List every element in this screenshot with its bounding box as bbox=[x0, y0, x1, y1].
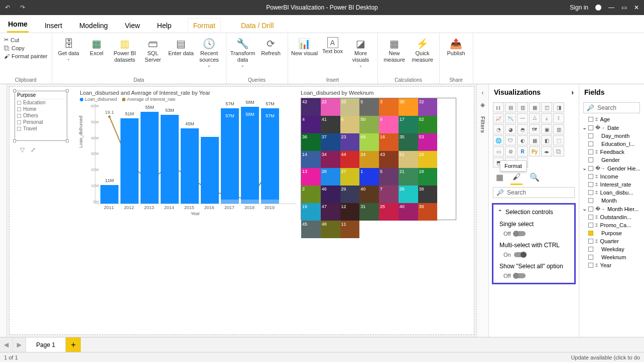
field-item[interactable]: ⌄�→Gender Hie... bbox=[579, 164, 644, 172]
sql-server-button[interactable]: 🗃SQL Server bbox=[140, 35, 167, 63]
checkbox-icon[interactable] bbox=[588, 117, 593, 122]
new-measure-button[interactable]: ▦New measure bbox=[381, 35, 408, 63]
checkbox-icon[interactable] bbox=[588, 231, 593, 236]
checkbox-icon[interactable] bbox=[588, 207, 593, 212]
viz-type-icon[interactable]: ⿻ bbox=[553, 146, 564, 156]
checkbox-icon[interactable] bbox=[588, 125, 593, 130]
treemap-cell[interactable]: 53 bbox=[418, 133, 438, 151]
treemap-cell[interactable]: 45 bbox=[301, 221, 321, 238]
bookmark-icon[interactable]: ◈ bbox=[480, 101, 485, 108]
viz-type-icon[interactable]: ▦ bbox=[529, 135, 540, 145]
treemap-cell[interactable]: 15 bbox=[418, 151, 438, 168]
treemap-cell[interactable]: 43 bbox=[379, 151, 399, 168]
treemap-cell[interactable]: 25 bbox=[379, 203, 399, 221]
checkbox-icon[interactable] bbox=[588, 247, 593, 252]
checkbox-icon[interactable] bbox=[17, 127, 21, 131]
viz-type-icon[interactable]: ⫰ bbox=[541, 113, 552, 123]
viz-type-icon[interactable]: ⫿⫿ bbox=[493, 102, 504, 112]
field-item[interactable]: ⌄�→Date bbox=[579, 123, 644, 132]
bar[interactable]: 51M bbox=[120, 118, 139, 204]
more-visuals-button[interactable]: ◪More visuals⌄ bbox=[347, 35, 374, 68]
tab-modeling[interactable]: Modeling bbox=[78, 19, 109, 33]
viz-type-icon[interactable]: ◔ bbox=[493, 124, 504, 134]
transform-data-button[interactable]: 🔧Transform data⌄ bbox=[229, 35, 256, 68]
treemap-cell[interactable]: 33 bbox=[340, 98, 360, 116]
single-select-toggle[interactable]: Off bbox=[499, 231, 570, 237]
treemap-cell[interactable]: 48 bbox=[321, 221, 340, 238]
bar[interactable]: 11M bbox=[100, 185, 118, 204]
treemap-cell[interactable]: 13 bbox=[301, 168, 321, 186]
pbi-datasets-button[interactable]: ▥Power BI datasets bbox=[111, 35, 139, 63]
viz-type-icon[interactable]: ▦ bbox=[529, 102, 540, 112]
format-tab-icon[interactable]: 🖌 bbox=[512, 172, 521, 182]
fields-tab-icon[interactable]: ▦ bbox=[496, 172, 503, 182]
bar[interactable] bbox=[201, 137, 219, 204]
treemap-cell[interactable]: 49 bbox=[359, 133, 379, 151]
treemap-cell[interactable]: 32 bbox=[418, 98, 438, 116]
treemap-cell[interactable]: 42 bbox=[301, 98, 321, 116]
checkbox-icon[interactable] bbox=[588, 239, 593, 244]
treemap-cell[interactable]: 5 bbox=[379, 168, 399, 186]
treemap-cell[interactable]: 7 bbox=[379, 186, 399, 203]
treemap-cell[interactable]: 6 bbox=[340, 116, 360, 133]
treemap-cell[interactable]: 27 bbox=[340, 168, 360, 186]
multi-select-toggle[interactable]: On bbox=[499, 252, 570, 258]
viz-type-icon[interactable]: ⚙ bbox=[505, 146, 516, 156]
treemap-cell[interactable]: 38 bbox=[418, 186, 438, 203]
bar[interactable]: 58M58M bbox=[241, 107, 259, 204]
viz-type-icon[interactable]: ▥ bbox=[553, 124, 564, 134]
treemap-cell[interactable]: 19 bbox=[301, 203, 321, 221]
field-item[interactable]: Month bbox=[579, 197, 644, 205]
treemap-cell[interactable]: 24 bbox=[359, 151, 379, 168]
viz-type-icon[interactable]: Py bbox=[529, 146, 540, 156]
copy-button[interactable]: ⿻Copy bbox=[3, 45, 49, 52]
checkbox-icon[interactable] bbox=[17, 114, 21, 118]
treemap-cell[interactable]: 47 bbox=[321, 203, 340, 221]
viz-type-icon[interactable]: ◂▸ bbox=[541, 146, 552, 156]
refresh-button[interactable]: ⟳Refresh bbox=[257, 35, 285, 57]
page-tab-1[interactable]: Page 1 bbox=[26, 337, 66, 352]
treemap-cell[interactable]: 5 bbox=[359, 98, 379, 116]
treemap-cell[interactable]: 16 bbox=[379, 133, 399, 151]
field-item[interactable]: Day_month bbox=[579, 132, 644, 140]
treemap-cell[interactable]: 46 bbox=[321, 186, 340, 203]
checkbox-icon[interactable] bbox=[588, 149, 593, 154]
enter-data-button[interactable]: ▤Enter data bbox=[168, 35, 195, 57]
viz-type-icon[interactable]: R bbox=[517, 146, 528, 156]
viz-type-icon[interactable]: ◓ bbox=[517, 124, 528, 134]
signin-link[interactable]: Sign in bbox=[570, 4, 588, 11]
viz-type-icon[interactable]: ◕ bbox=[505, 124, 516, 134]
slicer-item[interactable]: Travel bbox=[15, 125, 67, 132]
recent-sources-button[interactable]: 🕓Recent sources⌄ bbox=[196, 35, 223, 68]
treemap-cell[interactable]: 11 bbox=[340, 221, 360, 238]
checkbox-icon[interactable] bbox=[17, 107, 21, 111]
treemap-chart[interactable]: Loan_disbursed by Weeknum 42223353303244… bbox=[301, 90, 466, 230]
treemap-cell[interactable]: 26 bbox=[399, 186, 418, 203]
viz-type-icon[interactable]: ◐ bbox=[517, 135, 528, 145]
field-item[interactable]: Education_l... bbox=[579, 140, 644, 148]
field-item[interactable]: Weeknum bbox=[579, 253, 644, 261]
quick-measure-button[interactable]: ⚡Quick measure bbox=[409, 35, 436, 63]
viz-type-icon[interactable]: 📉 bbox=[505, 113, 516, 123]
tab-data-drill[interactable]: Data / Drill bbox=[236, 19, 279, 33]
treemap-cell[interactable]: 9 bbox=[379, 116, 399, 133]
treemap-cell[interactable]: 31 bbox=[359, 203, 379, 221]
viz-type-icon[interactable]: 🛡 bbox=[505, 135, 516, 145]
field-item[interactable]: ΣQuarter bbox=[579, 237, 644, 245]
undo-icon[interactable]: ↶ bbox=[0, 4, 15, 11]
tab-view[interactable]: View bbox=[124, 19, 141, 33]
viz-type-icon[interactable]: 🗺 bbox=[529, 124, 540, 134]
treemap-cell[interactable]: 4 bbox=[301, 116, 321, 133]
field-item[interactable]: ΣOutstandin... bbox=[579, 213, 644, 221]
field-item[interactable]: Purpose bbox=[579, 229, 644, 237]
bar[interactable]: 57M57M bbox=[261, 108, 279, 204]
slicer-purpose[interactable]: Purpose EducationHomeOthersPersonalTrave… bbox=[15, 91, 67, 141]
field-item[interactable]: ΣFeedback bbox=[579, 148, 644, 156]
filters-pane-collapsed[interactable]: ‹ ◈ Filters bbox=[476, 84, 488, 337]
close-icon[interactable]: ✕ bbox=[634, 4, 639, 11]
viz-type-icon[interactable]: ▭ bbox=[493, 146, 504, 156]
treemap-cell[interactable]: 34 bbox=[321, 151, 340, 168]
page-next[interactable]: ► bbox=[13, 337, 26, 352]
tab-insert[interactable]: Insert bbox=[44, 19, 63, 33]
checkbox-icon[interactable] bbox=[588, 157, 593, 162]
